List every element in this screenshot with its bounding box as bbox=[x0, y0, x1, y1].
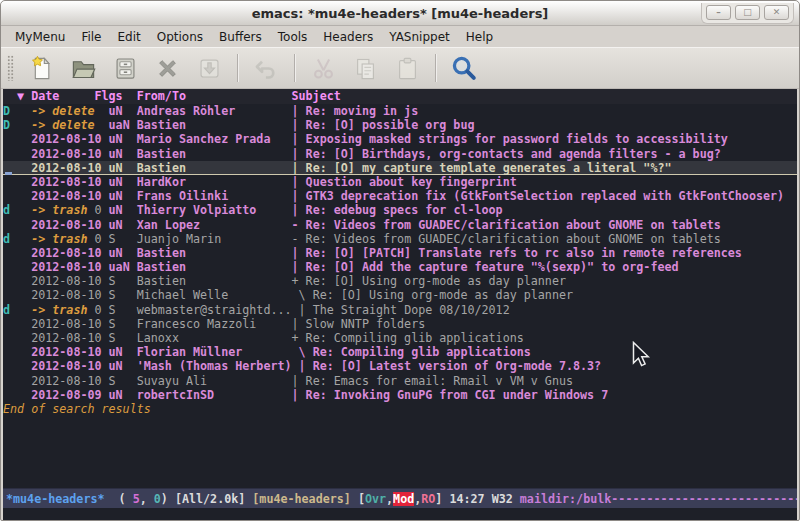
message-row[interactable]: D -> delete uaN Bastien | Re: [O] possib… bbox=[3, 118, 797, 132]
row-segment: 2012-08-10 bbox=[31, 331, 108, 345]
menu-item-headers[interactable]: Headers bbox=[315, 28, 381, 46]
modeline-status-open: [ bbox=[358, 492, 365, 506]
search-icon bbox=[450, 54, 478, 82]
delete-icon bbox=[154, 55, 181, 82]
message-row[interactable]: D -> delete uN Andreas Röhler | Re: movi… bbox=[3, 104, 797, 118]
modeline-position-sep: , bbox=[140, 492, 154, 506]
row-segment: -> trash bbox=[31, 203, 87, 217]
message-row[interactable]: d -> trash 0 S webmaster@straightd... | … bbox=[3, 303, 797, 317]
row-segment: Bastien bbox=[137, 147, 292, 161]
row-segment: uN bbox=[109, 246, 137, 260]
row-segment: S bbox=[109, 374, 137, 388]
message-row[interactable]: 2012-08-10 S Michael Welle \ Re: [O] Usi… bbox=[3, 288, 797, 302]
toolbar bbox=[1, 47, 799, 89]
toolbar-button-save-down bbox=[192, 52, 226, 84]
row-segment: 0 bbox=[87, 203, 108, 217]
message-row-current[interactable]: 2012-08-10 uN Bastien | Re: [O] my captu… bbox=[3, 161, 797, 175]
menu-item-options[interactable]: Options bbox=[149, 28, 211, 46]
menu-item-buffers[interactable]: Buffers bbox=[211, 28, 270, 46]
row-segment: | Re: [O] my capture template generates … bbox=[292, 161, 672, 175]
message-row[interactable]: 2012-08-10 S Lanoxx + Re: Compiling glib… bbox=[3, 331, 797, 345]
maximize-button[interactable]: □ bbox=[735, 5, 760, 20]
message-row[interactable]: 2012-08-10 S Bastien + Re: [O] Using org… bbox=[3, 274, 797, 288]
message-row[interactable]: 2012-08-10 uN HardKor | Question about k… bbox=[3, 175, 797, 189]
row-segment bbox=[3, 374, 31, 388]
toolbar-button-save[interactable] bbox=[108, 52, 142, 84]
row-segment: | Re: moving in js bbox=[292, 104, 419, 118]
modeline-readonly-indicator: RO bbox=[421, 492, 435, 506]
row-segment: | Re: Invoking GnuPG from CGI under Wind… bbox=[292, 388, 609, 402]
toolbar-button-delete[interactable] bbox=[150, 52, 184, 84]
menu-item-help[interactable]: Help bbox=[458, 28, 501, 46]
headers-buffer: ▼ Date Flgs From/To Subject D -> delete … bbox=[3, 89, 797, 488]
message-row[interactable]: 2012-08-10 S Suvayu Ali | Re: Emacs for … bbox=[3, 374, 797, 388]
message-row[interactable]: 2012-08-10 uaN Bastien | Re: [O] Add the… bbox=[3, 260, 797, 274]
menu-item-tools[interactable]: Tools bbox=[270, 28, 316, 46]
toolbar-button-search[interactable] bbox=[447, 52, 481, 84]
toolbar-separator bbox=[237, 54, 238, 82]
toolbar-separator bbox=[294, 54, 295, 82]
toolbar-button-undo bbox=[249, 52, 283, 84]
toolbar-button-open-folder[interactable] bbox=[66, 52, 100, 84]
toolbar-button-new-file[interactable] bbox=[24, 52, 58, 84]
row-segment bbox=[3, 260, 31, 274]
modeline-modified-indicator: Mod bbox=[393, 492, 414, 506]
message-row[interactable]: 2012-08-10 uN 'Mash (Thomas Herbert) | R… bbox=[3, 359, 797, 373]
row-segment bbox=[3, 274, 31, 288]
copy-icon bbox=[352, 55, 379, 82]
row-segment: S bbox=[109, 288, 137, 302]
message-row[interactable]: d -> trash 0 uN Thierry Volpiatto | Re: … bbox=[3, 203, 797, 217]
toolbar-drag-handle[interactable] bbox=[7, 55, 14, 81]
row-segment: Bastien bbox=[137, 161, 292, 175]
message-row[interactable]: 2012-08-10 uN Xan Lopez - Re: Videos fro… bbox=[3, 218, 797, 232]
menu-item-yasnippet[interactable]: YASnippet bbox=[381, 28, 458, 46]
row-segment: Xan Lopez bbox=[137, 218, 292, 232]
echo-area bbox=[3, 508, 797, 520]
menu-item-edit[interactable]: Edit bbox=[110, 28, 149, 46]
modeline-major-mode: [mu4e-headers] bbox=[252, 492, 358, 506]
cut-icon bbox=[310, 55, 337, 82]
row-segment: 2012-08-10 bbox=[31, 147, 108, 161]
close-button[interactable]: ✕ bbox=[764, 5, 789, 20]
row-segment: uaN bbox=[109, 118, 137, 132]
row-segment: uN bbox=[109, 147, 137, 161]
row-segment: robertcInSD bbox=[137, 388, 292, 402]
message-row[interactable]: d -> trash 0 S Juanjo Marin - Re: Videos… bbox=[3, 232, 797, 246]
message-row[interactable]: 2012-08-10 uN Bastien | Re: [O] [PATCH] … bbox=[3, 246, 797, 260]
row-segment: uN bbox=[109, 175, 137, 189]
row-segment: uN bbox=[109, 218, 137, 232]
message-row[interactable]: 2012-08-10 uN Florian Müllner \ Re: Comp… bbox=[3, 345, 797, 359]
row-segment: | Re: [O] Latest version of Org-mode 7.8… bbox=[299, 359, 602, 373]
titlebar[interactable]: emacs: *mu4e-headers* [mu4e-headers] –□✕ bbox=[1, 1, 799, 26]
row-segment: | Re: [O] possible org bug bbox=[292, 118, 475, 132]
row-segment: uN bbox=[109, 132, 137, 146]
row-segment: - Re: Videos from GUADEC/clarification a… bbox=[292, 232, 721, 246]
message-row[interactable]: 2012-08-10 S Francesco Mazzoli | Slow NN… bbox=[3, 317, 797, 331]
row-segment: 2012-08-10 bbox=[31, 246, 108, 260]
menu-item-file[interactable]: File bbox=[73, 28, 109, 46]
row-segment: S bbox=[109, 232, 137, 246]
row-segment: Florian Müllner bbox=[137, 345, 292, 359]
row-segment: 0 bbox=[87, 303, 108, 317]
header-line[interactable]: ▼ Date Flgs From/To Subject bbox=[3, 89, 797, 104]
row-segment: uN bbox=[109, 104, 137, 118]
row-segment: S bbox=[109, 274, 137, 288]
row-segment bbox=[3, 132, 31, 146]
row-segment: | Re: [O] Add the capture feature "%(sex… bbox=[292, 260, 679, 274]
minimize-button[interactable]: – bbox=[706, 5, 731, 20]
message-row[interactable]: 2012-08-10 uN Mario Sanchez Prada | Expo… bbox=[3, 132, 797, 146]
row-segment: d bbox=[3, 303, 31, 317]
menu-item-mymenu[interactable]: MyMenu bbox=[7, 28, 73, 46]
modeline[interactable]: *mu4e-headers* ( 5, 0) [All/2.0k] [mu4e-… bbox=[3, 488, 797, 508]
row-segment: HardKor bbox=[137, 175, 292, 189]
message-row[interactable]: 2012-08-09 uN robertcInSD | Re: Invoking… bbox=[3, 388, 797, 402]
message-row[interactable]: 2012-08-10 uN Frans Oilinki | GTK3 depre… bbox=[3, 189, 797, 203]
message-row[interactable]: 2012-08-10 uN Bastien | Re: [O] Birthday… bbox=[3, 147, 797, 161]
row-segment: 2012-08-10 bbox=[31, 317, 108, 331]
row-segment: Suvayu Ali bbox=[137, 374, 292, 388]
modeline-buffer-size: [All/2.0k] bbox=[175, 492, 252, 506]
row-segment: + Re: Compiling glib applications bbox=[292, 331, 524, 345]
row-segment: uN bbox=[109, 345, 137, 359]
row-segment: Juanjo Marin bbox=[137, 232, 292, 246]
modeline-position-open: ( bbox=[105, 492, 133, 506]
